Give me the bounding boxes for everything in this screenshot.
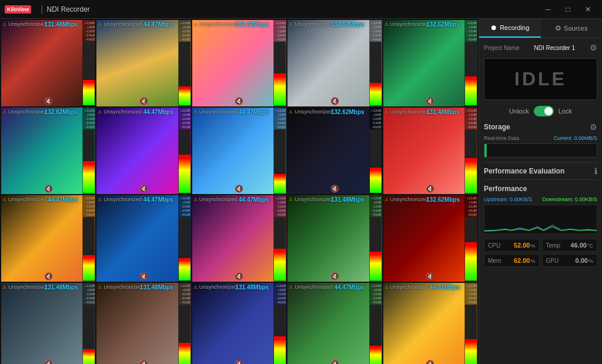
- cell-volume-9[interactable]: 🔇: [330, 185, 339, 193]
- audio-bar-container-10: [465, 129, 477, 193]
- cell-volume-16[interactable]: 🔇: [44, 360, 53, 364]
- sync-icon-9: ⚠: [289, 109, 293, 115]
- cell-volume-11[interactable]: 🔇: [44, 272, 53, 280]
- video-cell-5[interactable]: ⚠Unsynchronized132.62Mbps+12dB+0dB-12dB-…: [383, 20, 477, 106]
- cell-volume-1[interactable]: 🔇: [44, 97, 53, 105]
- sync-icon-4: ⚠: [289, 22, 293, 27]
- video-cell-11[interactable]: ⚠Unsynchronized44.47Mbps+12dB+0dB-12dB-2…: [1, 195, 95, 282]
- cell-volume-20[interactable]: 🔇: [426, 360, 434, 364]
- meter-label-3: -24dB: [179, 296, 190, 300]
- video-cell-9[interactable]: ⚠Unsynchronized132.62Mbps+12dB+0dB-12dB-…: [287, 108, 382, 194]
- cell-volume-7[interactable]: 🔇: [139, 185, 148, 193]
- video-cell-17[interactable]: ⚠Unsynchronized131.48Mbps+12dB+0dB-12dB-…: [96, 283, 190, 364]
- meter-label-0: +12dB: [274, 284, 286, 288]
- cell-volume-2[interactable]: 🔇: [139, 97, 148, 105]
- cell-volume-3[interactable]: 🔇: [235, 97, 243, 105]
- audio-bar-fill-7: [179, 155, 190, 193]
- meter-label-4: -40dB: [370, 125, 382, 129]
- meter-label-3: -24dB: [370, 34, 382, 37]
- meter-label-1: +0dB: [83, 201, 95, 204]
- video-cell-6[interactable]: ⚠Unsynchronized132.62Mbps+12dB+0dB-12dB-…: [1, 108, 95, 194]
- cell-bitrate-1: 131.48Mbps: [45, 21, 78, 28]
- cell-volume-5[interactable]: 🔇: [426, 97, 434, 105]
- video-cell-20[interactable]: ⚠Unsynchronized44.47Mbps+12dB+0dB-12dB-2…: [383, 283, 477, 364]
- app-logo: KiloView: [5, 5, 31, 14]
- video-cell-19[interactable]: ⚠Unsynchronized44.47Mbps+12dB+0dB-12dB-2…: [287, 283, 382, 364]
- audio-meter-3: +12dB+0dB-12dB-24dB-40dB: [273, 20, 286, 106]
- tab-recording-label: Recording: [500, 24, 529, 31]
- meter-label-1: +0dB: [83, 25, 95, 29]
- meter-label-4: -40dB: [83, 213, 95, 216]
- video-cell-1[interactable]: ⚠Unsynchronized131.48Mbps+12dB+0dB-12dB-…: [1, 20, 95, 106]
- project-settings-icon[interactable]: ⚙: [590, 43, 597, 52]
- cell-volume-15[interactable]: 🔇: [426, 272, 434, 280]
- cell-volume-8[interactable]: 🔇: [235, 185, 243, 193]
- meter-label-2: -12dB: [179, 117, 190, 121]
- cell-volume-19[interactable]: 🔇: [330, 360, 339, 364]
- storage-settings-icon[interactable]: ⚙: [590, 122, 597, 132]
- meter-label-1: +0dB: [179, 25, 190, 29]
- meter-label-3: -24dB: [465, 34, 477, 37]
- tab-recording[interactable]: ⏺ Recording: [479, 19, 541, 38]
- sync-icon-2: ⚠: [98, 22, 102, 27]
- audio-bar-fill-14: [370, 252, 382, 280]
- sync-icon-18: ⚠: [193, 285, 198, 290]
- lock-toggle[interactable]: [534, 106, 554, 116]
- cell-status-12: ⚠Unsynchronized: [98, 196, 142, 202]
- status-label-16: Unsynchronized: [8, 284, 46, 290]
- perf-eval-icon[interactable]: ℹ: [594, 166, 597, 176]
- maximize-button[interactable]: □: [558, 1, 577, 18]
- meter-label-1: +0dB: [274, 201, 286, 204]
- video-cell-14[interactable]: ⚠Unsynchronized131.48Mbps+12dB+0dB-12dB-…: [287, 195, 382, 282]
- meter-label-3: -24dB: [465, 296, 477, 300]
- cell-bitrate-6: 132.62Mbps: [45, 109, 78, 115]
- meter-label-4: -40dB: [465, 300, 477, 304]
- cell-volume-18[interactable]: 🔇: [235, 360, 243, 364]
- cell-volume-17[interactable]: 🔇: [139, 360, 148, 364]
- audio-bar-container-17: [179, 305, 190, 364]
- cell-status-2: ⚠Unsynchronized: [98, 21, 142, 27]
- sync-icon-16: ⚠: [2, 285, 6, 290]
- perf-label-row: Upstream: 0.00KB/S Downstream: 0.00KB/S: [484, 196, 597, 202]
- meter-label-4: -40dB: [274, 38, 286, 41]
- sync-icon-19: ⚠: [289, 285, 293, 290]
- meter-label-3: -24dB: [274, 296, 286, 300]
- video-cell-12[interactable]: ⚠Unsynchronized44.47Mbps+12dB+0dB-12dB-2…: [96, 195, 190, 282]
- temp-stat: Temp 46.00 °C: [542, 239, 598, 252]
- audio-meter-4: +12dB+0dB-12dB-24dB-40dB: [369, 20, 382, 106]
- performance-header: Performance: [484, 185, 597, 193]
- audio-meter-15: +12dB+0dB-12dB-24dB-40dB: [464, 195, 477, 282]
- sync-icon-8: ⚠: [193, 109, 198, 115]
- audio-bar-fill-5: [465, 76, 477, 105]
- video-cell-16[interactable]: ⚠Unsynchronized131.48Mbps+12dB+0dB-12dB-…: [1, 283, 95, 364]
- status-label-1: Unsynchronized: [8, 21, 46, 27]
- unlock-label: Unlock: [509, 108, 529, 115]
- status-label-14: Unsynchronized: [295, 196, 333, 202]
- cell-volume-4[interactable]: 🔇: [330, 97, 339, 105]
- video-cell-2[interactable]: ⚠Unsynchronized44.47Mbps+12dB+0dB-12dB-2…: [96, 20, 190, 106]
- cell-volume-13[interactable]: 🔇: [235, 272, 243, 280]
- tab-sources[interactable]: ⚙ Sources: [541, 19, 603, 38]
- audio-bar-fill-12: [179, 258, 190, 280]
- video-cell-10[interactable]: ⚠Unsynchronized131.48Mbps+12dB+0dB-12dB-…: [383, 108, 477, 194]
- meter-label-2: -12dB: [370, 205, 382, 208]
- cell-volume-10[interactable]: 🔇: [426, 185, 434, 193]
- video-cell-8[interactable]: ⚠Unsynchronized44.47Mbps+12dB+0dB-12dB-2…: [192, 108, 286, 194]
- minimize-button[interactable]: ─: [539, 1, 557, 18]
- video-cell-4[interactable]: ⚠Unsynchronized132.62Mbps+12dB+0dB-12dB-…: [287, 20, 382, 106]
- close-button[interactable]: ✕: [578, 1, 597, 18]
- video-cell-18[interactable]: ⚠Unsynchronized131.48Mbps+12dB+0dB-12dB-…: [192, 283, 286, 364]
- audio-bar-fill-17: [179, 343, 190, 364]
- audio-meter-2: +12dB+0dB-12dB-24dB-40dB: [178, 20, 191, 106]
- cell-volume-14[interactable]: 🔇: [330, 272, 339, 280]
- sync-icon-12: ⚠: [98, 197, 102, 202]
- video-cell-13[interactable]: ⚠Unsynchronized44.47Mbps+12dB+0dB-12dB-2…: [192, 195, 286, 282]
- video-cell-3[interactable]: ⚠Unsynchronized132.62Mbps+12dB+0dB-12dB-…: [192, 20, 286, 106]
- title-bar: KiloView | NDI Recorder ─ □ ✕: [0, 0, 602, 19]
- cell-bitrate-11: 44.47Mbps: [48, 196, 78, 203]
- cell-volume-12[interactable]: 🔇: [139, 272, 148, 280]
- video-cell-15[interactable]: ⚠Unsynchronized132.62Mbps+12dB+0dB-12dB-…: [383, 195, 477, 282]
- sync-icon-7: ⚠: [98, 109, 102, 115]
- video-cell-7[interactable]: ⚠Unsynchronized44.47Mbps+12dB+0dB-12dB-2…: [96, 108, 190, 194]
- cell-volume-6[interactable]: 🔇: [44, 185, 53, 193]
